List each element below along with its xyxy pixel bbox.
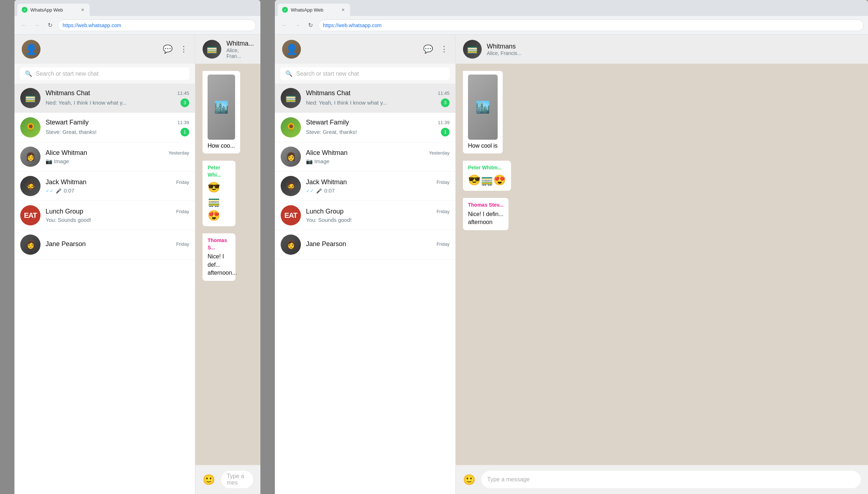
search-text-right: Search or start new chat xyxy=(296,71,359,77)
url-right: https://web.whatsapp.com xyxy=(323,22,382,28)
chat-name-whitmans-right: Whitmans Chat xyxy=(306,89,350,97)
chat-preview-alice-right: 📷 Image xyxy=(306,158,450,165)
browsers-container: ✓ WhatsApp Web ✕ ← → ↻ https://web.whats… xyxy=(0,0,868,494)
chat-item-whitmans-left[interactable]: 🚃 Whitmans Chat 11:45 Ned: Yeah, I think… xyxy=(14,84,195,113)
back-btn-right[interactable]: ← xyxy=(279,20,289,30)
chat-item-whitmans-right[interactable]: 🚃 Whitmans Chat 11:45 Ned: Yeah, I think… xyxy=(275,84,455,113)
forward-btn-left[interactable]: → xyxy=(32,20,42,30)
message-input-left[interactable]: Type a mes xyxy=(221,471,253,488)
partial-chat-left: 🚃 Whitma... Alice, Fran... 🏙️ How coo... xyxy=(195,35,260,494)
chat-avatar-jane-right: 👩 xyxy=(281,235,301,255)
chat-item-stewart-right[interactable]: 🌻 Stewart Family 11:39 Steve: Great, tha… xyxy=(275,113,455,142)
chat-item-stewart-left[interactable]: 🌻 Stewart Family 11:39 Steve: Great, tha… xyxy=(14,113,195,142)
chat-item-jane-left[interactable]: 👩 Jane Pearson Friday xyxy=(14,230,195,259)
header-actions-right: 💬 ⋮ xyxy=(423,45,448,54)
browser-left: ✓ WhatsApp Web ✕ ← → ↻ https://web.whats… xyxy=(14,0,260,494)
jack-duration-left: 0:07 xyxy=(64,187,74,194)
emoji-btn-right[interactable]: 🙂 xyxy=(463,474,476,486)
tab-bar-right: ✓ WhatsApp Web ✕ xyxy=(275,0,868,16)
msg-howcool-right: How cool is xyxy=(468,143,498,149)
chat-header-info-right: Whitmans Alice, Francis... xyxy=(487,43,861,56)
refresh-btn-left[interactable]: ↻ xyxy=(45,20,55,30)
sidebar-header-right: 👤 💬 ⋮ xyxy=(275,35,455,64)
msg-thomas-sender-right: Thomas Stev... xyxy=(468,202,503,209)
search-icon-left: 🔍 xyxy=(25,70,32,77)
chat-info-jane-right: Jane Pearson Friday xyxy=(306,240,450,249)
chat-avatar-jane-left: 👩 xyxy=(20,235,41,255)
sidebar-right: 👤 💬 ⋮ 🔍 Search or start new chat xyxy=(275,35,456,494)
chat-item-jane-right[interactable]: 👩 Jane Pearson Friday xyxy=(275,230,455,259)
user-avatar-right[interactable]: 👤 xyxy=(282,40,301,59)
chat-item-jack-right[interactable]: 🧔 Jack Whitman Friday ✓✓ 🎤 xyxy=(275,172,455,201)
chat-item-jack-left[interactable]: 🧔 Jack Whitman Friday ✓✓ 🎤 xyxy=(14,172,195,201)
tab-right[interactable]: ✓ WhatsApp Web ✕ xyxy=(278,4,350,16)
search-wrap-right[interactable]: 🔍 Search or start new chat xyxy=(280,67,450,80)
user-avatar-img-right: 👤 xyxy=(282,40,301,59)
chat-time-stewart-right: 11:39 xyxy=(438,120,450,125)
chat-item-alice-left[interactable]: 👩 Alice Whitman Yesterday 📷 Image xyxy=(14,142,195,172)
chat-time-stewart-left: 11:39 xyxy=(177,120,189,125)
chat-panel-right: 🚃 Whitmans Alice, Francis... 🏙️ How cool… xyxy=(456,35,868,494)
emoji-btn-left[interactable]: 🙂 xyxy=(203,474,215,486)
tab-left[interactable]: ✓ WhatsApp Web ✕ xyxy=(17,4,90,16)
search-bar-left: 🔍 Search or start new chat xyxy=(14,64,195,84)
chat-preview-whitmans-right: Ned: Yeah, I think I know what y... xyxy=(306,100,438,106)
tab-close-right[interactable]: ✕ xyxy=(340,7,346,13)
menu-icon-left[interactable]: ⋮ xyxy=(180,45,188,54)
toolbar-left: ← → ↻ https://web.whatsapp.com xyxy=(14,16,260,35)
chat-info-stewart-left: Stewart Family 11:39 Steve: Great, thank… xyxy=(46,119,189,136)
chat-info-alice-left: Alice Whitman Yesterday 📷 Image xyxy=(46,149,189,165)
partial-input-left: 🙂 Type a mes xyxy=(195,465,260,494)
chat-preview-lunch-right: You: Sounds good! xyxy=(306,217,450,223)
partial-header-left: 🚃 Whitma... Alice, Fran... xyxy=(195,35,260,64)
menu-icon-right[interactable]: ⋮ xyxy=(440,45,448,54)
whatsapp-app-left: 👤 💬 ⋮ 🔍 Search or start new chat xyxy=(14,35,260,494)
user-avatar-left[interactable]: 👤 xyxy=(22,40,41,59)
chat-info-lunch-right: Lunch Group Friday You: Sounds good! xyxy=(306,208,450,223)
input-placeholder-left: Type a mes xyxy=(227,473,247,486)
chat-item-lunch-right[interactable]: EAT Lunch Group Friday You: Sounds good! xyxy=(275,201,455,230)
chat-list-left[interactable]: 🚃 Whitmans Chat 11:45 Ned: Yeah, I think… xyxy=(14,84,195,494)
search-bar-right: 🔍 Search or start new chat xyxy=(275,64,455,84)
chat-time-jack-right: Friday xyxy=(437,180,450,185)
chat-info-stewart-right: Stewart Family 11:39 Steve: Great, thank… xyxy=(306,119,450,136)
chat-info-jack-right: Jack Whitman Friday ✓✓ 🎤 0:07 xyxy=(306,178,450,194)
msg-peter-sender-right: Peter Whitm... xyxy=(468,164,506,172)
chat-item-alice-right[interactable]: 👩 Alice Whitman Yesterday 📷 Image xyxy=(275,142,455,172)
chat-name-jack-left: Jack Whitman xyxy=(46,178,86,186)
chat-badge-whitmans-right: 3 xyxy=(441,98,450,107)
partial-avatar-left: 🚃 xyxy=(203,40,221,59)
msg-thomas-text-left: Nice! I def...afternoon... xyxy=(208,253,230,277)
search-wrap-left[interactable]: 🔍 Search or start new chat xyxy=(20,67,190,80)
chat-time-lunch-right: Friday xyxy=(437,209,450,214)
partial-chat-sub-left: Alice, Fran... xyxy=(226,47,254,59)
chat-list-right[interactable]: 🚃 Whitmans Chat 11:45 Ned: Yeah, I think… xyxy=(275,84,455,494)
chat-name-jack-right: Jack Whitman xyxy=(306,178,347,186)
chat-time-lunch-left: Friday xyxy=(176,209,189,214)
new-chat-icon-left[interactable]: 💬 xyxy=(163,45,173,54)
address-bar-left[interactable]: https://web.whatsapp.com xyxy=(58,20,256,31)
tab-close-left[interactable]: ✕ xyxy=(80,7,85,13)
message-input-right[interactable]: Type a message xyxy=(481,471,861,488)
back-btn-left[interactable]: ← xyxy=(19,20,29,30)
chat-time-jack-left: Friday xyxy=(176,180,189,185)
url-left: https://web.whatsapp.com xyxy=(63,22,121,28)
chat-preview-jack-left: ✓✓ 🎤 0:07 xyxy=(46,187,189,194)
new-chat-icon-right[interactable]: 💬 xyxy=(423,45,433,54)
chat-item-lunch-left[interactable]: EAT Lunch Group Friday You: Sounds good! xyxy=(14,201,195,230)
chat-badge-stewart-left: 1 xyxy=(180,128,189,136)
chat-name-stewart-left: Stewart Family xyxy=(46,119,89,126)
msg-thomas-text-right: Nice! I defin...afternoon xyxy=(468,210,503,227)
chat-time-jane-left: Friday xyxy=(176,241,189,247)
chat-name-lunch-left: Lunch Group xyxy=(46,208,83,215)
forward-btn-right[interactable]: → xyxy=(292,20,302,30)
chat-avatar-stewart-left: 🌻 xyxy=(20,117,41,138)
sidebar-left: 👤 💬 ⋮ 🔍 Search or start new chat xyxy=(14,35,195,494)
chat-badge-whitmans-left: 3 xyxy=(180,98,189,107)
chat-avatar-lunch-right: EAT xyxy=(281,205,301,225)
chat-avatar-lunch-left: EAT xyxy=(20,205,41,225)
refresh-btn-right[interactable]: ↻ xyxy=(305,20,315,30)
msg-thomas-left: Thomas S... Nice! I def...afternoon... xyxy=(203,233,235,280)
address-bar-right[interactable]: https://web.whatsapp.com xyxy=(318,20,864,31)
user-avatar-img-left: 👤 xyxy=(22,40,41,59)
